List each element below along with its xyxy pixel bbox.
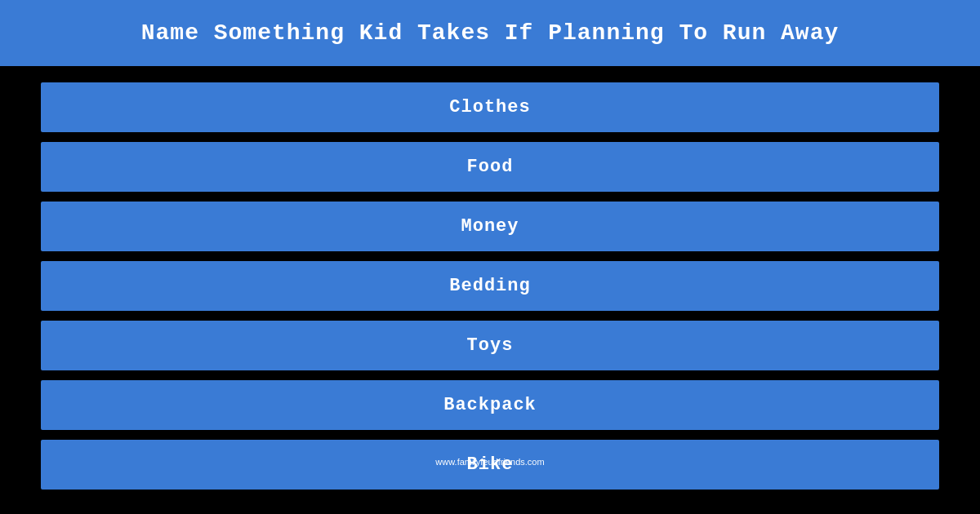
page-title: Name Something Kid Takes If Planning To … (141, 20, 840, 46)
answer-text: Food (467, 157, 514, 177)
answer-row[interactable]: Toys (41, 321, 939, 370)
answer-row[interactable]: Food (41, 142, 939, 192)
answer-text: Money (461, 216, 519, 237)
header: Name Something Kid Takes If Planning To … (0, 0, 980, 66)
answer-row[interactable]: Clothes (41, 82, 939, 132)
answer-row[interactable]: Money (41, 202, 939, 251)
answer-text: Toys (467, 335, 514, 356)
footer-url: www.familyfeudfriends.com (435, 457, 544, 467)
footer: www.familyfeudfriends.com (0, 454, 980, 469)
answer-text: Clothes (449, 97, 530, 117)
answer-text: Backpack (443, 395, 537, 415)
answer-text: Bedding (449, 276, 530, 296)
answer-row[interactable]: Bedding (41, 261, 939, 311)
answers-list: ClothesFoodMoneyBeddingToysBackpackBike (0, 66, 980, 506)
answer-row[interactable]: Backpack (41, 380, 939, 430)
